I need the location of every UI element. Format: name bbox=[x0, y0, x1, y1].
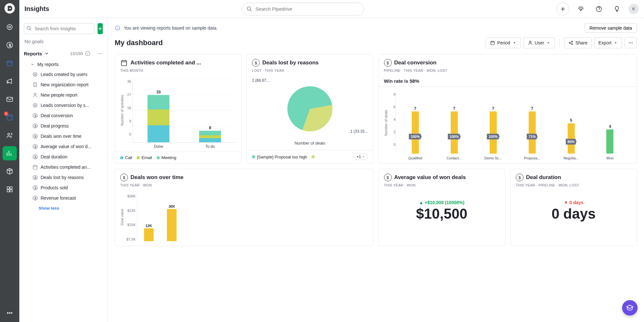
pie-caption: Number of deals bbox=[252, 141, 368, 146]
svg-rect-33 bbox=[33, 166, 37, 169]
svg-rect-38 bbox=[491, 41, 495, 45]
show-less-link[interactable]: Show less bbox=[24, 203, 103, 211]
svg-point-23 bbox=[34, 74, 36, 75]
svg-rect-5 bbox=[7, 97, 13, 101]
sidebar-report-item[interactable]: Leads conversion by s... bbox=[24, 100, 103, 110]
card-activities[interactable]: Activities completed and ... THIS MONTH … bbox=[115, 54, 241, 164]
info-bar: You are viewing reports based on sample … bbox=[115, 23, 637, 33]
svg-point-27 bbox=[34, 105, 36, 106]
sidebar-report-item[interactable]: Average value of won d... bbox=[24, 141, 103, 152]
plus-icon bbox=[98, 26, 103, 31]
info-text: You are viewing reports based on sample … bbox=[124, 25, 217, 31]
bulb-icon bbox=[613, 5, 620, 13]
nav-deals[interactable] bbox=[3, 38, 17, 52]
nav-activities[interactable]: 5 bbox=[3, 110, 17, 124]
winrate-text: Win rate is 58% bbox=[379, 76, 637, 87]
export-button[interactable]: Export bbox=[594, 37, 622, 48]
card-avg-value[interactable]: $ Average value of won deals THIS YEAR ·… bbox=[379, 169, 505, 246]
nav-leads[interactable] bbox=[3, 20, 17, 34]
svg-point-17 bbox=[27, 26, 30, 29]
user-button[interactable]: User bbox=[524, 37, 555, 48]
share-icon bbox=[568, 40, 573, 45]
global-search[interactable] bbox=[242, 3, 364, 15]
more-icon[interactable] bbox=[97, 51, 103, 56]
card-lost[interactable]: $ Deals lost by reasons LOST · THIS YEAR… bbox=[246, 54, 373, 164]
more-button[interactable] bbox=[625, 37, 637, 48]
remove-sample-button[interactable]: Remove sample data bbox=[585, 23, 637, 33]
report-icon bbox=[32, 113, 38, 118]
nav-campaigns[interactable] bbox=[3, 74, 17, 88]
nav-projects[interactable] bbox=[3, 56, 17, 70]
report-label: Revenue forecast bbox=[41, 195, 76, 201]
tips-button[interactable] bbox=[610, 3, 623, 15]
sidebar-report-item[interactable]: Revenue forecast bbox=[24, 193, 103, 203]
svg-point-0 bbox=[5, 3, 15, 14]
svg-point-43 bbox=[629, 43, 630, 43]
sales-assistant-button[interactable] bbox=[574, 3, 587, 15]
svg-point-7 bbox=[8, 133, 10, 135]
card-subtitle: LOST · THIS YEAR bbox=[252, 69, 368, 72]
dollar-icon: $ bbox=[384, 174, 392, 181]
more-badge[interactable]: +1 bbox=[354, 154, 368, 160]
fab-button[interactable] bbox=[622, 300, 638, 316]
insights-search-input[interactable] bbox=[24, 23, 94, 34]
info-icon[interactable] bbox=[85, 51, 91, 56]
help-button[interactable] bbox=[592, 3, 605, 15]
svg-point-1 bbox=[7, 24, 12, 30]
info-icon bbox=[115, 25, 120, 31]
logo-icon bbox=[4, 3, 15, 14]
card-subtitle: PIPELINE · THIS YEAR · WON, LOST bbox=[384, 69, 632, 72]
add-report-button[interactable] bbox=[98, 23, 103, 34]
sidebar-report-item[interactable]: Deals lost by reasons bbox=[24, 172, 103, 183]
legend-item: Email bbox=[137, 155, 152, 160]
card-conversion[interactable]: $ Deal conversion PIPELINE · THIS YEAR ·… bbox=[379, 54, 637, 164]
add-button[interactable] bbox=[556, 3, 569, 15]
tree-my-reports[interactable]: My reports bbox=[24, 60, 103, 69]
sidebar-report-item[interactable]: New organization report bbox=[24, 80, 103, 90]
sidebar-report-item[interactable]: Leads created by users bbox=[24, 69, 103, 80]
report-label: Deal conversion bbox=[41, 113, 73, 118]
card-title: Deals won over time bbox=[130, 174, 183, 181]
graduation-icon bbox=[626, 304, 634, 312]
reports-header[interactable]: Reports 13/150 bbox=[24, 51, 103, 56]
sidebar-report-item[interactable]: Deal duration bbox=[24, 152, 103, 162]
sidebar-report-item[interactable]: New people report bbox=[24, 90, 103, 100]
reports-label: Reports bbox=[24, 51, 42, 56]
svg-point-19 bbox=[98, 53, 99, 54]
sidebar-report-item[interactable]: Deal progress bbox=[24, 121, 103, 131]
caret-down-icon bbox=[613, 41, 618, 45]
svg-point-21 bbox=[101, 53, 102, 54]
report-icon bbox=[32, 92, 38, 98]
nav-insights[interactable] bbox=[3, 146, 17, 160]
nav-products[interactable] bbox=[3, 164, 17, 178]
svg-rect-10 bbox=[7, 190, 9, 192]
avatar[interactable]: K bbox=[629, 4, 639, 14]
topbar: Insights K bbox=[19, 0, 644, 18]
share-button[interactable]: Share bbox=[564, 37, 591, 48]
chevron-down-icon bbox=[30, 62, 35, 67]
nav-rail: 5 bbox=[0, 0, 19, 322]
tree-label: My reports bbox=[37, 62, 59, 67]
report-icon bbox=[32, 185, 38, 191]
lost-legend: [Sample] Proposal too high +1 bbox=[247, 150, 373, 163]
page-title: Insights bbox=[24, 5, 49, 13]
report-label: Leads created by users bbox=[41, 72, 88, 77]
nav-marketplace[interactable] bbox=[3, 182, 17, 196]
svg-point-45 bbox=[632, 43, 632, 43]
sidebar-report-item[interactable]: Activities completed an... bbox=[24, 162, 103, 172]
report-icon bbox=[32, 175, 38, 180]
user-icon bbox=[528, 40, 533, 45]
sidebar-report-item[interactable]: Products sold bbox=[24, 183, 103, 193]
nav-contacts[interactable] bbox=[3, 128, 17, 142]
dollar-icon: $ bbox=[120, 174, 128, 181]
calendar-icon bbox=[120, 59, 128, 67]
sidebar-report-item[interactable]: Deals won over time bbox=[24, 131, 103, 141]
period-button[interactable]: Period bbox=[486, 37, 521, 48]
card-won-over-time[interactable]: $ Deals won over time THIS YEAR · WON De… bbox=[115, 169, 373, 246]
nav-more[interactable] bbox=[3, 306, 17, 320]
svg-point-14 bbox=[11, 313, 12, 314]
nav-mail[interactable] bbox=[3, 92, 17, 106]
card-duration[interactable]: $ Deal duration THIS YEAR · PIPELINE · W… bbox=[510, 169, 637, 246]
global-search-input[interactable] bbox=[255, 6, 359, 12]
sidebar-report-item[interactable]: Deal conversion bbox=[24, 110, 103, 121]
